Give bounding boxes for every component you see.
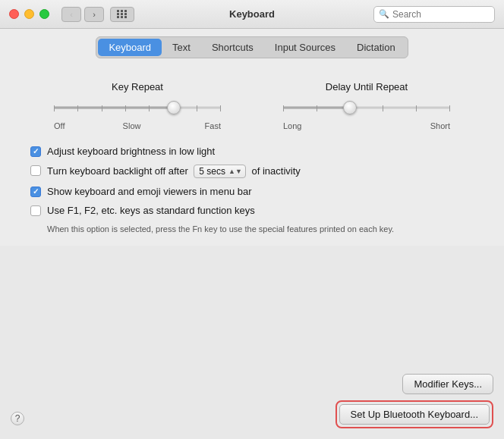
close-button[interactable] xyxy=(9,9,19,19)
search-box[interactable]: 🔍 xyxy=(373,6,495,23)
modifier-keys-button[interactable]: Modifier Keys... xyxy=(402,374,493,394)
key-repeat-thumb[interactable] xyxy=(167,101,181,114)
dropdown-arrow-icon: ▲▼ xyxy=(228,168,242,175)
forward-arrow[interactable]: › xyxy=(84,7,104,22)
minimize-button[interactable] xyxy=(24,9,34,19)
search-icon: 🔍 xyxy=(379,9,389,19)
emoji-checkbox[interactable] xyxy=(30,187,41,197)
options-list: Adjust keyboard brightness in low light … xyxy=(23,146,481,234)
option-backlight: Turn keyboard backlight off after 5 secs… xyxy=(30,165,481,178)
tab-bar: Keyboard Text Shortcuts Input Sources Di… xyxy=(96,36,408,58)
key-repeat-fast-label: Fast xyxy=(205,121,221,130)
fn-checkbox[interactable] xyxy=(30,205,41,216)
brightness-label: Adjust keyboard brightness in low light xyxy=(47,146,215,157)
key-repeat-label: Key Repeat xyxy=(112,81,163,93)
tabs-container: Keyboard Text Shortcuts Input Sources Di… xyxy=(0,29,504,58)
search-input[interactable] xyxy=(392,9,490,20)
key-repeat-sublabels: Off Slow Fast xyxy=(54,121,221,130)
bottom-buttons: Modifier Keys... Set Up Bluetooth Keyboa… xyxy=(335,374,493,428)
delay-repeat-track[interactable] xyxy=(283,99,450,117)
delay-repeat-label: Delay Until Repeat xyxy=(326,81,408,93)
delay-repeat-short-label: Short xyxy=(430,121,450,130)
bluetooth-keyboard-button[interactable]: Set Up Bluetooth Keyboard... xyxy=(339,404,490,425)
delay-repeat-thumb[interactable] xyxy=(343,101,357,114)
window-controls[interactable] xyxy=(9,9,49,19)
main-content: Key Repeat xyxy=(0,58,504,246)
option-brightness: Adjust keyboard brightness in low light xyxy=(30,146,481,157)
emoji-label: Show keyboard and emoji viewers in menu … xyxy=(47,186,252,197)
option-fn: Use F1, F2, etc. keys as standard functi… xyxy=(30,205,481,216)
back-arrow[interactable]: ‹ xyxy=(61,7,81,22)
tab-text[interactable]: Text xyxy=(162,39,201,56)
delay-repeat-sublabels: Long Short xyxy=(283,121,450,130)
key-repeat-track[interactable] xyxy=(54,99,221,117)
grid-icon xyxy=(117,10,128,18)
brightness-checkbox[interactable] xyxy=(30,146,41,157)
delay-repeat-long-label: Long xyxy=(283,121,301,130)
tab-keyboard[interactable]: Keyboard xyxy=(98,39,162,56)
fn-label: Use F1, F2, etc. keys as standard functi… xyxy=(47,205,255,216)
maximize-button[interactable] xyxy=(39,9,49,19)
tab-shortcuts[interactable]: Shortcuts xyxy=(201,39,264,56)
grid-button[interactable] xyxy=(110,7,134,22)
key-repeat-slow-label: Slow xyxy=(123,121,141,130)
fn-note: When this option is selected, press the … xyxy=(30,224,481,234)
window-title: Keyboard xyxy=(229,8,275,20)
option-emoji: Show keyboard and emoji viewers in menu … xyxy=(30,186,481,197)
delay-repeat-slider-group: Delay Until Repeat xyxy=(283,81,450,130)
key-repeat-off-label: Off xyxy=(54,121,65,130)
backlight-checkbox[interactable] xyxy=(30,165,41,176)
inactivity-value: 5 secs xyxy=(199,166,225,177)
sliders-row: Key Repeat xyxy=(23,81,481,130)
tab-input-sources[interactable]: Input Sources xyxy=(264,39,346,56)
key-repeat-slider-group: Key Repeat xyxy=(54,81,221,130)
help-button[interactable]: ? xyxy=(11,412,24,425)
bluetooth-btn-wrapper: Set Up Bluetooth Keyboard... xyxy=(335,400,493,428)
backlight-label: Turn keyboard backlight off after 5 secs… xyxy=(47,165,301,178)
title-bar: ‹ › Keyboard 🔍 xyxy=(0,0,504,29)
tab-dictation[interactable]: Dictation xyxy=(346,39,406,56)
inactivity-dropdown[interactable]: 5 secs ▲▼ xyxy=(194,165,246,178)
nav-arrows: ‹ › xyxy=(61,7,104,22)
